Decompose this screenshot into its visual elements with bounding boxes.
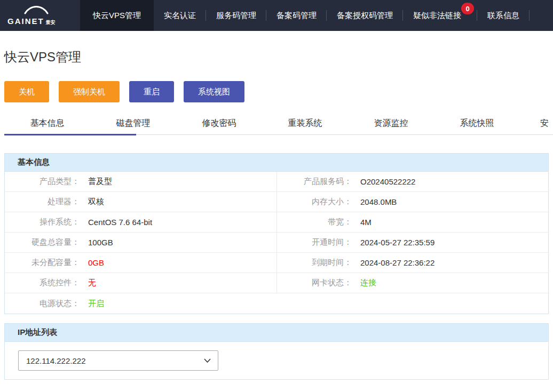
info-cell-expire-time: 到期时间： 2024-08-27 22:36:22 [276,253,548,273]
info-cell-os: 操作系统： CentOS 7.6 64-bit [5,212,276,232]
nav-item-label: 快云VPS管理 [93,11,141,21]
nav-item-label: 实名认证 [164,11,196,21]
info-cell-unallocated: 未分配容量： 0GB [5,253,276,273]
tab-basic-info[interactable]: 基本信息 [4,112,90,134]
field-label: 开通时间： [277,237,352,247]
field-label: 硬盘总容量： [5,237,80,247]
field-label: 网卡状态： [277,278,352,288]
tab-reinstall-system[interactable]: 重装系统 [262,112,348,134]
info-cell-system-control: 系统控件： 无 [5,273,276,293]
tab-truncated[interactable]: 安 [520,112,553,134]
top-navigation: GAINET景安 快云VPS管理 实名认证 服务码管理 备案码管理 备案授权码管… [0,0,553,31]
ip-select[interactable]: 122.114.222.222 [18,350,218,371]
cloud-arc-icon [23,4,49,14]
force-shutdown-button[interactable]: 强制关机 [59,81,120,102]
field-value: 100GB [88,238,113,247]
field-value: 开启 [88,299,104,309]
info-cell-product-type: 产品类型： 普及型 [5,172,276,191]
info-cell-empty [276,293,548,314]
table-row: 电源状态： 开启 [5,293,548,314]
info-cell-bandwidth: 带宽： 4M [276,212,548,232]
field-value: 连接 [360,278,376,288]
nav-item-vps-manage[interactable]: 快云VPS管理 [80,0,154,31]
info-cell-cpu: 处理器： 双核 [5,192,276,212]
info-cell-nic-status: 网卡状态： 连接 [276,273,548,293]
field-label: 处理器： [5,197,80,207]
field-label: 未分配容量： [5,258,80,268]
basic-info-table: 产品类型： 普及型 产品服务码： O20240522222 处理器： 双核 内存… [5,172,548,314]
nav-item-icp-code[interactable]: 备案码管理 [266,0,327,31]
info-cell-power-status: 电源状态： 开启 [5,293,276,314]
ip-list-panel-header: IP地址列表 [5,324,548,342]
info-cell-open-time: 开通时间： 2024-05-27 22:35:59 [276,233,548,252]
table-row: 硬盘总容量： 100GB 开通时间： 2024-05-27 22:35:59 [5,233,548,253]
field-value: 0GB [88,258,104,267]
field-value: CentOS 7.6 64-bit [88,218,152,227]
field-value: 2024-08-27 22:36:22 [360,258,434,267]
shutdown-button[interactable]: 关机 [4,81,49,102]
logo-brand-cn: 景安 [46,20,56,25]
field-value: 无 [88,278,96,288]
basic-info-panel-header: 基本信息 [5,154,548,172]
table-row: 产品类型： 普及型 产品服务码： O20240522222 [5,172,548,192]
system-view-button[interactable]: 系统视图 [184,81,244,102]
field-label: 带宽： [277,217,352,227]
nav-item-service-code[interactable]: 服务码管理 [206,0,266,31]
nav-item-label: 疑似非法链接 [413,11,461,21]
logo-brand: GAINET [7,17,44,26]
table-row: 操作系统： CentOS 7.6 64-bit 带宽： 4M [5,212,548,233]
notification-badge: 0 [461,3,474,14]
tab-change-password[interactable]: 修改密码 [176,112,262,134]
info-cell-disk-total: 硬盘总容量： 100GB [5,233,276,252]
info-cell-memory: 内存大小： 2048.0MB [276,192,548,212]
field-value: 2024-05-27 22:35:59 [360,238,434,247]
field-value: 普及型 [88,177,112,187]
page-title: 快云VPS管理 [4,49,549,65]
tab-disk-manage[interactable]: 磁盘管理 [90,112,176,134]
nav-item-label: 备案授权码管理 [337,11,393,21]
ip-list-body: 122.114.222.222 [5,342,548,379]
table-row: 处理器： 双核 内存大小： 2048.0MB [5,192,548,212]
field-label: 产品类型： [5,177,80,187]
nav-item-illegal-links[interactable]: 疑似非法链接 0 [403,0,477,31]
ip-list-panel: IP地址列表 122.114.222.222 [4,323,549,380]
restart-button[interactable]: 重启 [129,81,174,102]
field-value: O20240522222 [360,177,415,186]
ip-select-wrapper: 122.114.222.222 [18,350,218,371]
field-value: 2048.0MB [360,197,397,206]
field-value: 双核 [88,197,104,207]
field-label: 产品服务码： [277,177,352,187]
field-label: 内存大小： [277,197,352,207]
field-label: 到期时间： [277,258,352,268]
table-row: 系统控件： 无 网卡状态： 连接 [5,273,548,293]
basic-info-panel: 基本信息 产品类型： 普及型 产品服务码： O20240522222 处理器： … [4,153,549,314]
field-label: 电源状态： [5,299,80,309]
logo-text: GAINET景安 [7,17,56,26]
nav-item-icp-auth-code[interactable]: 备案授权码管理 [327,0,403,31]
tab-bar: 基本信息 磁盘管理 修改密码 重装系统 资源监控 系统快照 安 [4,112,553,135]
tab-resource-monitor[interactable]: 资源监控 [348,112,434,134]
nav-item-label: 服务码管理 [216,11,256,21]
info-cell-service-code: 产品服务码： O20240522222 [276,172,548,191]
nav-item-contact-info[interactable]: 联系信息 [477,0,530,31]
tab-system-snapshot[interactable]: 系统快照 [434,112,520,134]
gainet-logo[interactable]: GAINET景安 [0,0,80,31]
field-label: 系统控件： [5,278,80,288]
table-row: 未分配容量： 0GB 到期时间： 2024-08-27 22:36:22 [5,253,548,273]
field-value: 4M [360,218,372,227]
action-button-bar: 关机 强制关机 重启 系统视图 [4,81,549,102]
nav-item-realname-auth[interactable]: 实名认证 [154,0,206,31]
nav-item-label: 备案码管理 [276,11,317,21]
nav-item-label: 联系信息 [487,11,519,21]
field-label: 操作系统： [5,217,80,227]
